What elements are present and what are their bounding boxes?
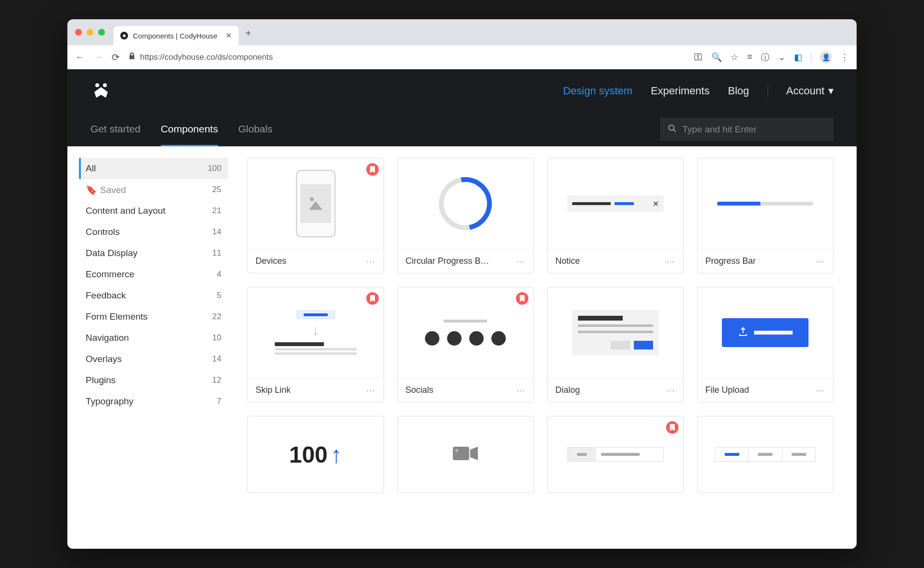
tab-title: Components | CodyHouse — [133, 32, 218, 40]
bookmark-badge-icon[interactable] — [516, 292, 528, 305]
window-controls — [75, 29, 105, 36]
pocket-icon[interactable]: ⌄ — [778, 52, 785, 63]
sidebar-item-count: 22 — [212, 312, 221, 322]
card-menu-icon[interactable]: ⋯ — [666, 385, 676, 396]
card-menu-icon[interactable]: ⋯ — [666, 256, 676, 267]
profile-avatar[interactable]: 👤 — [820, 52, 832, 63]
sidebar-item-data-display[interactable]: Data Display 11 — [79, 243, 228, 264]
back-button[interactable]: ← — [75, 52, 85, 63]
component-card-segmented-1[interactable] — [547, 416, 684, 493]
nav-blog[interactable]: Blog — [728, 85, 749, 97]
url-text: https://codyhouse.co/ds/components — [140, 52, 273, 62]
card-title: Notice — [555, 256, 580, 266]
svg-marker-7 — [470, 447, 478, 460]
component-card-file-upload[interactable]: File Upload ⋯ — [697, 287, 834, 402]
forward-button[interactable]: → — [93, 52, 103, 63]
svg-point-8 — [455, 449, 458, 452]
component-card-skip-link[interactable]: ↓ Skip Link ⋯ — [247, 287, 384, 402]
component-card-devices[interactable]: Devices ⋯ — [247, 158, 384, 273]
search-input[interactable] — [682, 124, 826, 135]
card-preview — [548, 416, 683, 492]
card-preview — [698, 416, 834, 492]
card-menu-icon[interactable]: ⋯ — [816, 385, 825, 396]
bookmark-badge-icon[interactable] — [366, 292, 379, 305]
card-preview: 100↑ — [248, 416, 384, 492]
search-box[interactable] — [660, 118, 834, 141]
svg-line-3 — [674, 130, 676, 132]
sidebar-item-saved[interactable]: 🔖Saved 25 — [79, 179, 228, 200]
nav-design-system[interactable]: Design system — [563, 85, 632, 97]
component-card-video[interactable] — [398, 416, 534, 493]
card-menu-icon[interactable]: ⋯ — [516, 256, 526, 267]
account-dropdown[interactable]: Account ▾ — [786, 85, 834, 97]
maximize-window-icon[interactable] — [98, 29, 105, 36]
sidebar-item-form-elements[interactable]: Form Elements 22 — [79, 306, 228, 327]
sidebar-item-feedback[interactable]: Feedback 5 — [79, 285, 228, 306]
extension-icon[interactable]: ≡ — [747, 52, 752, 62]
minimize-window-icon[interactable] — [87, 29, 93, 36]
sidebar-item-controls[interactable]: Controls 14 — [79, 221, 228, 243]
search-icon — [668, 124, 677, 135]
zoom-icon[interactable]: 🔍 — [711, 52, 722, 63]
trello-icon[interactable]: ◧ — [794, 52, 802, 63]
bookmark-icon: 🔖 — [86, 185, 97, 195]
separator — [811, 52, 811, 63]
sidebar-item-overlays[interactable]: Overlays 14 — [79, 349, 228, 370]
component-card-circular-progress[interactable]: Circular Progress B… ⋯ — [398, 158, 534, 273]
card-preview — [248, 158, 384, 249]
sidebar-item-typography[interactable]: Typography 7 — [79, 391, 228, 412]
new-tab-button[interactable]: + — [245, 28, 251, 39]
component-card-dialog[interactable]: Dialog ⋯ — [547, 287, 684, 402]
nav-experiments[interactable]: Experiments — [651, 85, 709, 97]
subnav-components[interactable]: Components — [161, 113, 218, 146]
sidebar-item-label: Plugins — [86, 375, 116, 386]
key-icon[interactable]: ⚿ — [694, 52, 703, 62]
card-preview: ✕ — [548, 158, 683, 249]
sidebar-item-label: Content and Layout — [86, 206, 166, 216]
kebab-menu-icon[interactable]: ⋮ — [840, 52, 849, 63]
component-card-segmented-2[interactable] — [697, 416, 834, 493]
component-grid: Devices ⋯ Circular Progress B… ⋯ ✕ Notic… — [236, 146, 857, 549]
component-card-notice[interactable]: ✕ Notice ⋯ — [547, 158, 684, 273]
component-card-progress-bar[interactable]: Progress Bar ⋯ — [697, 158, 834, 273]
bookmark-star-icon[interactable]: ☆ — [731, 52, 738, 63]
primary-nav: Design system Experiments Blog Account ▾ — [563, 85, 834, 97]
chevron-down-icon: ▾ — [828, 85, 834, 97]
reload-button[interactable]: ⟳ — [112, 52, 120, 63]
sidebar-item-content-layout[interactable]: Content and Layout 21 — [79, 200, 228, 221]
url-field[interactable]: https://codyhouse.co/ds/components — [128, 52, 685, 62]
sidebar-item-label: Ecommerce — [86, 269, 134, 280]
close-window-icon[interactable] — [75, 29, 82, 36]
subnav-get-started[interactable]: Get started — [90, 113, 141, 146]
sidebar-item-count: 12 — [212, 375, 221, 385]
close-icon: ✕ — [653, 199, 659, 208]
browser-tab[interactable]: Components | CodyHouse ✕ — [114, 26, 239, 45]
card-menu-icon[interactable]: ⋯ — [366, 385, 376, 396]
sidebar-item-count: 100 — [208, 164, 221, 173]
sidebar-item-plugins[interactable]: Plugins 12 — [79, 370, 228, 391]
info-icon[interactable]: ⓘ — [761, 52, 770, 63]
component-card-counter[interactable]: 100↑ — [247, 416, 384, 493]
svg-point-1 — [103, 83, 107, 87]
sidebar-item-count: 14 — [212, 354, 221, 364]
browser-tab-strip: Components | CodyHouse ✕ + — [67, 19, 857, 45]
card-menu-icon[interactable]: ⋯ — [366, 256, 376, 267]
card-preview — [698, 287, 834, 378]
close-tab-icon[interactable]: ✕ — [226, 31, 232, 40]
codyhouse-logo-icon[interactable] — [90, 80, 112, 102]
bookmark-badge-icon[interactable] — [366, 163, 379, 176]
browser-toolbar: ⚿ 🔍 ☆ ≡ ⓘ ⌄ ◧ 👤 ⋮ — [694, 52, 849, 63]
sidebar-item-ecommerce[interactable]: Ecommerce 4 — [79, 264, 228, 285]
card-menu-icon[interactable]: ⋯ — [516, 385, 526, 396]
favicon-icon — [120, 32, 128, 39]
sidebar-item-navigation[interactable]: Navigation 10 — [79, 327, 228, 349]
sidebar-item-all[interactable]: All 100 — [79, 158, 228, 179]
sidebar-item-label: 🔖Saved — [86, 184, 126, 195]
subnav-globals[interactable]: Globals — [238, 113, 272, 146]
bookmark-badge-icon[interactable] — [666, 421, 679, 434]
card-menu-icon[interactable]: ⋯ — [816, 256, 825, 267]
card-title: Socials — [406, 385, 434, 395]
card-preview — [398, 416, 534, 492]
svg-point-4 — [310, 197, 314, 201]
component-card-socials[interactable]: Socials ⋯ — [398, 287, 534, 402]
